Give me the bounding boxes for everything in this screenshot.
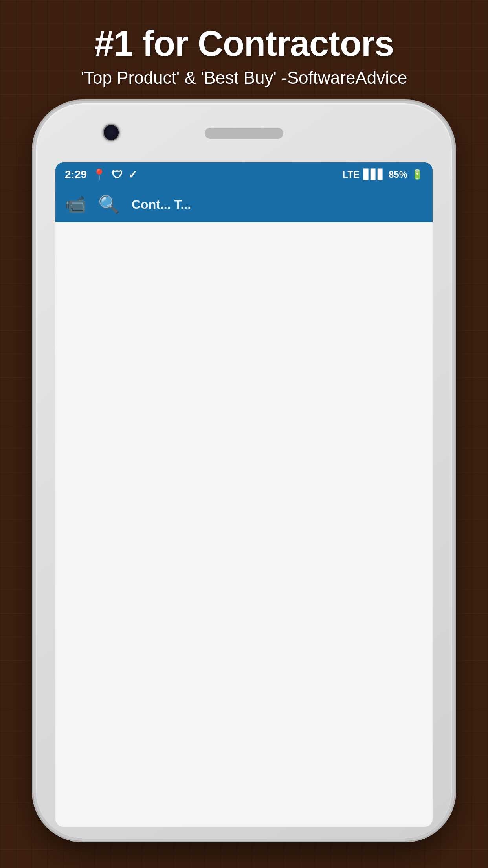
subheadline: 'Top Product' & 'Best Buy' -SoftwareAdvi…: [81, 68, 407, 88]
status-icon-check: ✓: [128, 168, 137, 181]
status-battery-pct: 85%: [389, 169, 407, 180]
phone-speaker: [205, 128, 283, 139]
search-icon[interactable]: 🔍: [98, 194, 120, 215]
status-bar: 2:29 📍 🛡 ✓ LTE ▋▋▋ 85% 🔋: [55, 162, 433, 187]
status-icon-shield: 🛡: [112, 168, 123, 181]
phone-frame: 2:29 📍 🛡 ✓ LTE ▋▋▋ 85% 🔋 📹 🔍 Cont... T..…: [36, 103, 452, 839]
marketing-header: #1 for Contractors 'Top Product' & 'Best…: [81, 24, 407, 88]
headline: #1 for Contractors: [81, 24, 407, 64]
status-lte: LTE: [342, 169, 360, 180]
phone-screen: 2:29 📍 🛡 ✓ LTE ▋▋▋ 85% 🔋 📹 🔍 Cont... T..…: [55, 162, 433, 827]
app-nav-bar: 📹 🔍 Cont... T...: [55, 187, 433, 222]
status-battery-icon: 🔋: [411, 169, 423, 180]
nav-title: Cont... T...: [132, 197, 191, 212]
status-icon-location: 📍: [92, 168, 106, 181]
video-icon[interactable]: 📹: [65, 194, 86, 215]
phone-camera: [103, 124, 120, 141]
status-signal-bars: ▋▋▋: [363, 169, 385, 180]
status-time: 2:29: [65, 168, 87, 181]
